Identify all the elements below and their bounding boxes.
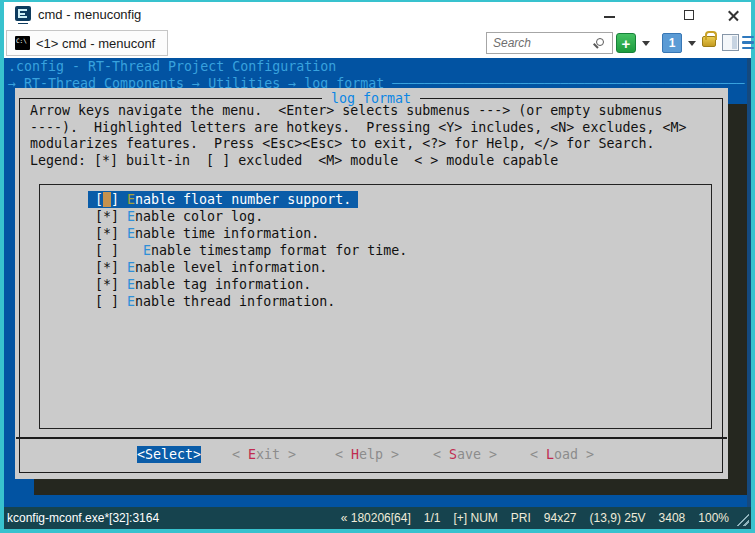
help-button[interactable]: < Help > — [335, 446, 399, 463]
status-console-count: 1/1 — [424, 511, 441, 525]
status-items: « 180206[64] 1/1 [+] NUM PRI 94x27 (13,9… — [341, 511, 729, 525]
status-console-id: « 180206[64] — [341, 511, 411, 525]
panel-view-icon[interactable] — [722, 34, 739, 51]
tab-cmd-menuconf[interactable]: C:\ <1> cmd - menuconf — [6, 30, 168, 56]
minimize-icon — [604, 16, 615, 18]
cmd-icon: C:\ — [15, 36, 30, 50]
select-button[interactable]: <Select> — [137, 446, 201, 463]
close-icon — [727, 9, 740, 22]
search-input[interactable] — [487, 34, 587, 52]
instruction-line: Legend: [*] built-in [ ] excluded <M> mo… — [30, 153, 686, 170]
instruction-line: Arrow keys navigate the menu. <Enter> se… — [30, 103, 686, 120]
minimize-button[interactable] — [596, 2, 622, 28]
button-separator — [16, 437, 727, 439]
menu-item-timestamp-format[interactable]: [ ] Enable timestamp format for time. — [88, 242, 414, 259]
terminal-right-strip — [747, 58, 751, 507]
menu-item-level-information[interactable]: [*] Enable level information. — [88, 259, 334, 276]
status-value: 3408 — [659, 511, 686, 525]
instruction-line: modularizes features. Press <Esc><Esc> t… — [30, 136, 686, 153]
close-button[interactable] — [720, 2, 746, 28]
menu-item-time-information[interactable]: [*] Enable time information. — [88, 225, 326, 242]
status-zoom: 100% — [698, 511, 729, 525]
status-console-size: 94x27 — [544, 511, 577, 525]
terminal: .config - RT-Thread Project Configuratio… — [4, 58, 747, 507]
config-title-line: .config - RT-Thread Project Configuratio… — [8, 58, 336, 75]
menuconfig-dialog: log format Arrow keys navigate the menu.… — [15, 88, 728, 479]
status-cursor-pos: (13,9) 25V — [590, 511, 646, 525]
tab-label: <1> cmd - menuconf — [36, 36, 155, 51]
conemu-app-icon — [15, 6, 31, 21]
dialog-instructions: Arrow keys navigate the menu. <Enter> se… — [30, 103, 686, 169]
new-console-button[interactable]: + — [616, 33, 636, 53]
status-bar: kconfig-mconf.exe*[32]:3164 « 180206[64]… — [4, 507, 751, 529]
titlebar: cmd - menuconfig — [4, 2, 751, 28]
window-frame: cmd - menuconfig C:\ <1> cmd - menuconf … — [0, 0, 755, 533]
maximize-button[interactable] — [676, 2, 702, 28]
instruction-line: ----). Highlighted letters are hotkeys. … — [30, 120, 686, 137]
tab-bar: C:\ <1> cmd - menuconf + 1 — [4, 28, 751, 58]
lock-icon[interactable] — [702, 36, 716, 47]
process-name: kconfig-mconf.exe*[32]:3164 — [7, 511, 159, 525]
menu-item-tag-information[interactable]: [*] Enable tag information. — [88, 276, 318, 293]
search-box — [486, 32, 613, 54]
maximize-icon — [684, 10, 694, 20]
menu-item-float-number[interactable]: [ ] Enable float number support. — [88, 191, 358, 208]
search-icon — [596, 38, 604, 46]
resize-grip[interactable] — [734, 511, 749, 526]
menu-item-thread-information[interactable]: [ ] Enable thread information. — [88, 293, 342, 310]
status-num-lock: [+] NUM — [453, 511, 497, 525]
load-button[interactable]: < Load > — [530, 446, 594, 463]
menu-hamburger-icon[interactable] — [742, 36, 754, 49]
console-dropdown-icon[interactable] — [688, 41, 696, 50]
exit-button[interactable]: < Exit > — [232, 446, 296, 463]
cursor-block — [103, 192, 111, 207]
window-title: cmd - menuconfig — [38, 7, 141, 22]
new-console-dropdown-icon[interactable] — [642, 41, 650, 50]
menu-item-color-log[interactable]: [*] Enable color log. — [88, 208, 270, 225]
save-button[interactable]: < Save > — [433, 446, 497, 463]
console-number-button[interactable]: 1 — [662, 33, 682, 53]
status-pri: PRI — [511, 511, 531, 525]
